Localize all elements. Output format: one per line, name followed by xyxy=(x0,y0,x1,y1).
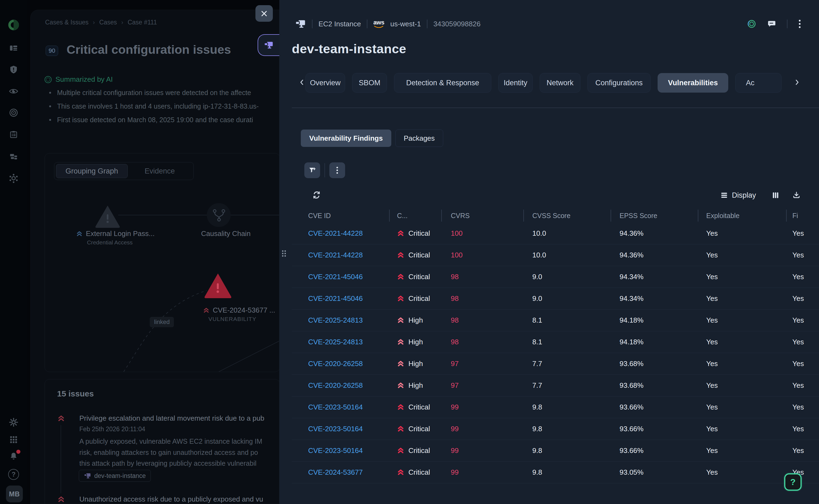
tab-identity[interactable]: Identity xyxy=(498,73,533,93)
issue-title[interactable]: Unauthorized access risk due to a public… xyxy=(79,495,275,503)
monitor-icon xyxy=(264,41,274,49)
sidebar-item-inventory[interactable] xyxy=(9,152,18,161)
app-logo-icon[interactable] xyxy=(7,19,20,31)
cve-link[interactable]: CVE-2023-50164 xyxy=(308,425,363,433)
cvss-score: 9.0 xyxy=(523,294,611,303)
column-header-category[interactable]: C... xyxy=(389,209,441,223)
sidebar-item-alerts-shield[interactable] xyxy=(9,65,18,74)
toggle-packages[interactable]: Packages xyxy=(395,130,443,147)
cve-link[interactable]: CVE-2021-45046 xyxy=(308,273,363,281)
display-button[interactable]: Display xyxy=(720,191,756,200)
asset-tag-chip[interactable]: dev-team-instance xyxy=(79,470,151,482)
cve-link[interactable]: CVE-2023-50164 xyxy=(308,403,363,411)
column-header-cve-id[interactable]: CVE ID xyxy=(292,209,389,223)
columns-button[interactable] xyxy=(772,191,779,199)
tab-activity-clipped[interactable]: Ac xyxy=(735,73,782,93)
sidebar-item-data-security[interactable] xyxy=(9,174,18,183)
tabs-scroll-left-button[interactable] xyxy=(298,77,305,89)
cve-link[interactable]: CVE-2020-26258 xyxy=(308,381,363,390)
tabs-scroll-right-button[interactable] xyxy=(793,77,801,89)
vuln-table-row[interactable]: CVE-2025-24813 High 98 8.1 94.18% Yes Ye… xyxy=(292,331,819,353)
apps-grid-icon[interactable] xyxy=(10,436,18,444)
tab-overview[interactable]: Overview xyxy=(305,73,345,93)
help-button[interactable]: ? xyxy=(784,473,802,491)
vuln-table-row[interactable]: CVE-2021-44228 Critical 100 10.0 94.36% … xyxy=(292,223,819,244)
epss-score: 93.66% xyxy=(611,446,698,455)
issue-title[interactable]: Privilege escalation and lateral movemen… xyxy=(79,414,275,423)
column-header-fix[interactable]: Fi xyxy=(786,209,819,223)
ai-assist-button[interactable] xyxy=(747,19,757,29)
panel-resize-handle[interactable] xyxy=(282,250,287,259)
sidebar-item-compliance[interactable] xyxy=(9,130,18,139)
vuln-table-row[interactable]: CVE-2023-50164 Critical 99 9.8 93.66% Ye… xyxy=(292,396,819,418)
divider xyxy=(324,163,325,177)
breadcrumb-cases-issues[interactable]: Cases & Issues xyxy=(45,19,89,26)
cvss-score: 9.8 xyxy=(523,425,611,433)
cve-link[interactable]: CVE-2025-24813 xyxy=(308,338,363,346)
vuln-table-row[interactable]: CVE-2020-26258 High 97 7.7 93.68% Yes Ye… xyxy=(292,353,819,375)
graph-node-label-cve[interactable]: CVE-2024-53677 ... xyxy=(203,306,275,314)
vuln-table-row[interactable]: CVE-2021-44228 Critical 100 10.0 94.36% … xyxy=(292,244,819,266)
vuln-table-row[interactable]: CVE-2021-45046 Critical 98 9.0 94.34% Ye… xyxy=(292,288,819,310)
cve-link[interactable]: CVE-2021-44228 xyxy=(308,251,363,259)
column-header-epss-score[interactable]: EPSS Score xyxy=(611,209,698,223)
tab-network[interactable]: Network xyxy=(540,73,581,93)
column-header-cvss-score[interactable]: CVSS Score xyxy=(523,209,611,223)
filter-options-button[interactable] xyxy=(329,162,345,178)
column-header-cvrs[interactable]: CVRS xyxy=(441,209,523,223)
cvss-score: 7.7 xyxy=(523,381,611,390)
breadcrumb-case-111[interactable]: Case #111 xyxy=(128,19,157,26)
tab-detection-response[interactable]: Detection & Response xyxy=(394,73,491,93)
toggle-vulnerability-findings[interactable]: Vulnerability Findings xyxy=(301,130,391,147)
severity-label: High xyxy=(408,338,423,346)
cvss-score: 10.0 xyxy=(523,251,611,259)
comments-button[interactable] xyxy=(767,20,776,28)
tab-grouping-graph[interactable]: Grouping Graph xyxy=(56,164,128,178)
sidebar-item-attack-paths[interactable] xyxy=(9,108,18,117)
severity-chevrons-icon xyxy=(397,317,404,324)
sidebar-item-visibility[interactable] xyxy=(9,87,18,96)
fix-value: Yes xyxy=(786,403,819,411)
download-button[interactable] xyxy=(792,191,801,199)
vuln-table-row[interactable]: CVE-2021-45046 Critical 98 9.0 94.34% Ye… xyxy=(292,266,819,288)
sidebar-item-dashboards[interactable] xyxy=(9,44,18,52)
tab-vulnerabilities[interactable]: Vulnerabilities xyxy=(658,73,728,93)
vuln-table-row[interactable]: CVE-2020-26258 High 97 7.7 93.68% Yes Ye… xyxy=(292,375,819,396)
cve-link[interactable]: CVE-2025-24813 xyxy=(308,316,363,325)
cve-link[interactable]: CVE-2020-26258 xyxy=(308,360,363,368)
cve-link[interactable]: CVE-2021-45046 xyxy=(308,294,363,303)
severity-chevrons-icon xyxy=(397,338,404,346)
help-icon[interactable]: ? xyxy=(8,469,19,480)
settings-gear-icon[interactable] xyxy=(9,418,18,427)
tab-evidence[interactable]: Evidence xyxy=(128,167,192,175)
instance-drawer: EC2 Instance aws us-west-1 343059098826 … xyxy=(279,0,819,504)
cve-link[interactable]: CVE-2021-44228 xyxy=(308,229,363,238)
breadcrumb-cases[interactable]: Cases xyxy=(99,19,117,26)
severity-chevrons-icon xyxy=(397,251,404,259)
more-options-button[interactable] xyxy=(798,19,801,29)
graph-node-label-causality-chain[interactable]: Causality Chain xyxy=(201,229,250,238)
cve-link[interactable]: CVE-2024-53677 xyxy=(308,468,363,477)
notifications-bell-icon[interactable] xyxy=(9,452,18,461)
severity-chevrons-icon xyxy=(397,382,404,389)
vuln-table-row[interactable]: CVE-2023-50164 Critical 99 9.8 93.66% Ye… xyxy=(292,440,819,462)
severity-chevrons-icon xyxy=(397,469,404,476)
vuln-table-row[interactable]: CVE-2024-53677 Critical 99 9.8 93.05% Ye… xyxy=(292,462,819,483)
vuln-table-row[interactable]: CVE-2023-50164 Critical 99 9.8 93.66% Ye… xyxy=(292,418,819,440)
tab-sbom[interactable]: SBOM xyxy=(352,73,387,93)
refresh-button[interactable] xyxy=(311,190,322,200)
asset-side-tab[interactable] xyxy=(257,34,279,56)
vuln-table-row[interactable]: CVE-2025-24813 High 98 8.1 94.18% Yes Ye… xyxy=(292,310,819,331)
graph-node-label-external-login[interactable]: External Login Pass... xyxy=(76,229,155,238)
tab-configurations[interactable]: Configurations xyxy=(588,73,651,93)
ai-summary-bullet: First issue detected on March 08, 2025 1… xyxy=(49,116,277,124)
graph-canvas[interactable] xyxy=(45,153,279,372)
user-avatar[interactable]: MB xyxy=(6,486,23,502)
severity-label: Critical xyxy=(408,251,430,259)
vulnerability-table: CVE ID C... CVRS CVSS Score EPSS Score E… xyxy=(292,209,819,483)
column-header-exploitable[interactable]: Exploitable xyxy=(698,209,786,223)
severity-label: High xyxy=(408,360,423,368)
close-drawer-button[interactable] xyxy=(255,5,273,22)
cve-link[interactable]: CVE-2023-50164 xyxy=(308,446,363,455)
add-filter-button[interactable] xyxy=(304,162,320,178)
